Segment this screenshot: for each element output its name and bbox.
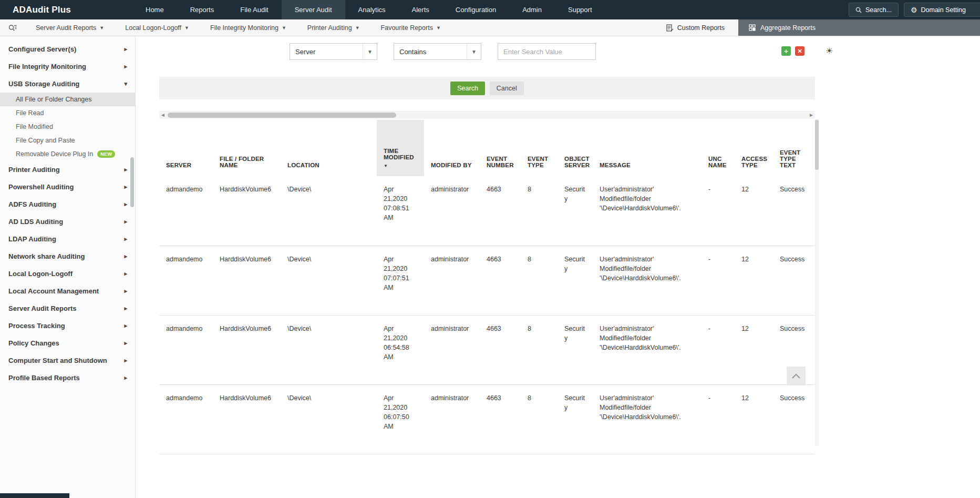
column-header-file-folder-name[interactable]: FILE / FOLDER NAME [213, 120, 281, 176]
report-sidebar: Configured Server(s)▸File Integrity Moni… [0, 36, 136, 498]
sidebar-subitem[interactable]: File Copy and Paste [0, 134, 135, 147]
table-header-row: SERVER FILE / FOLDER NAME LOCATION TIME … [159, 120, 815, 176]
chevron-down-icon: ▼ [282, 25, 286, 31]
report-content: Server ▼ Contains ▼ + ✕ ☀ Search C [136, 36, 980, 498]
subnav-favourite-reports[interactable]: Favourite Reports▼ [370, 19, 451, 36]
sidebar-item[interactable]: Computer Start and Shutdown▸ [0, 352, 135, 369]
column-header-unc-name[interactable]: UNC NAME [702, 120, 735, 176]
remove-criteria-button[interactable]: ✕ [795, 46, 804, 56]
sidebar-item[interactable]: Configured Server(s)▸ [0, 40, 135, 58]
main-nav: Home Reports File Audit Server Audit Ana… [132, 0, 605, 19]
sidebar-item-label: USB Storage Auditing [8, 80, 79, 88]
subnav-server-audit-reports[interactable]: Server Audit Reports▼ [25, 19, 115, 36]
table-body: admandemo HarddiskVolume6 \Device\ Apr 2… [159, 176, 815, 454]
sidebar-subitem[interactable]: All File or Folder Changes [0, 93, 135, 106]
filter-field-select[interactable]: Server ▼ [290, 43, 377, 60]
search-value-input[interactable] [498, 43, 596, 60]
chevron-right-icon: ▸ [124, 374, 127, 381]
sun-settings-icon[interactable]: ☀ [826, 47, 833, 55]
table-row[interactable]: admandemo HarddiskVolume6 \Device\ Apr 2… [159, 315, 815, 384]
nav-item-file-audit[interactable]: File Audit [227, 0, 281, 19]
nav-item-analytics[interactable]: Analytics [345, 0, 399, 19]
table-row[interactable]: admandemo HarddiskVolume6 \Device\ Apr 2… [159, 246, 815, 315]
sidebar-item-label: Configured Server(s) [8, 45, 76, 53]
sidebar-item[interactable]: Network share Auditing▸ [0, 248, 135, 265]
column-header-object-server[interactable]: OBJECT SERVER [558, 120, 593, 176]
hscroll-thumb[interactable] [168, 113, 396, 118]
filter-row-actions: + ✕ ☀ [781, 46, 833, 56]
sidebar-item-label: Local Logon-Logoff [8, 270, 73, 278]
nav-item-admin[interactable]: Admin [509, 0, 555, 19]
cell-server: admandemo [159, 315, 213, 384]
custom-reports-button[interactable]: Custom Reports [653, 19, 738, 36]
subnav-printer-auditing[interactable]: Printer Auditing▼ [297, 19, 370, 36]
cancel-button[interactable]: Cancel [490, 82, 524, 95]
sidebar-item[interactable]: Local Account Management▸ [0, 282, 135, 300]
sidebar-item[interactable]: AD LDS Auditing▸ [0, 213, 135, 230]
column-header-location[interactable]: LOCATION [281, 120, 377, 176]
cell-access-type: 12 [735, 315, 773, 384]
sidebar-item[interactable]: ADFS Auditing▸ [0, 196, 135, 213]
cell-time-modified: Apr 21,2020 07:07:51 AM [377, 246, 424, 315]
add-criteria-button[interactable]: + [781, 46, 791, 56]
scroll-right-arrow-icon[interactable]: ► [808, 113, 815, 118]
filter-operator-select[interactable]: Contains ▼ [394, 43, 481, 60]
cell-file-folder-name: HarddiskVolume6 [213, 315, 281, 384]
sidebar-item[interactable]: USB Storage Auditing▾ [0, 75, 135, 93]
filter-field-value: Server [290, 48, 315, 56]
scroll-left-arrow-icon[interactable]: ◄ [159, 113, 167, 118]
report-search-icon[interactable] [0, 19, 25, 36]
column-header-access-type[interactable]: ACCESS TYPE [735, 120, 773, 176]
cell-file-folder-name: HarddiskVolume6 [213, 176, 281, 246]
sidebar-item[interactable]: Powershell Auditing▸ [0, 178, 135, 196]
vscroll-thumb[interactable] [815, 120, 819, 170]
nav-item-alerts[interactable]: Alerts [399, 0, 442, 19]
cell-location: \Device\ [281, 176, 377, 246]
sidebar-item[interactable]: File Integrity Monitoring▸ [0, 58, 135, 75]
chevron-right-icon: ▸ [124, 46, 127, 53]
sidebar-item[interactable]: LDAP Auditing▸ [0, 230, 135, 248]
sidebar-subitem[interactable]: File Modified [0, 120, 135, 134]
sidebar-item[interactable]: Server Audit Reports▸ [0, 300, 135, 317]
sidebar-item[interactable]: Local Logon-Logoff▸ [0, 265, 135, 282]
table-row[interactable]: admandemo HarddiskVolume6 \Device\ Apr 2… [159, 384, 815, 454]
global-search-button[interactable]: Search... [849, 3, 899, 17]
sidebar-item[interactable]: Policy Changes▸ [0, 334, 135, 352]
table-vertical-scrollbar[interactable] [815, 119, 819, 446]
sidebar-scrollbar-thumb[interactable] [130, 157, 134, 207]
domain-settings-button[interactable]: ⚙ Domain Setting [904, 3, 980, 17]
column-header-server[interactable]: SERVER [159, 120, 213, 176]
nav-item-support[interactable]: Support [555, 0, 605, 19]
search-button[interactable]: Search [450, 82, 485, 95]
cell-object-server: Security [558, 176, 593, 246]
aggregate-reports-button[interactable]: Aggregate Reports [738, 19, 980, 36]
sidebar-subitem-label: File Read [16, 109, 44, 117]
hscroll-track[interactable] [167, 111, 808, 119]
nav-item-server-audit[interactable]: Server Audit [282, 0, 345, 19]
sidebar-subitem[interactable]: Removable Device Plug InNEW [0, 147, 135, 161]
chevron-right-icon: ▸ [124, 253, 127, 260]
subnav-file-integrity-monitoring[interactable]: File Integrity Monitoring▼ [200, 19, 297, 36]
sidebar-item[interactable]: Printer Auditing▸ [0, 161, 135, 178]
nav-item-reports[interactable]: Reports [177, 0, 228, 19]
sidebar-subitem[interactable]: File Read [0, 106, 135, 120]
sort-descending-icon: ▼ [384, 164, 417, 168]
app-logo: ADAudit Plus [0, 0, 132, 19]
cell-object-server: Security [558, 246, 593, 315]
sidebar-item[interactable]: Profile Based Reports▸ [0, 369, 135, 387]
report-sub-navigation: Server Audit Reports▼ Local Logon-Logoff… [0, 19, 980, 36]
sidebar-item[interactable]: Process Tracking▸ [0, 317, 135, 334]
scroll-to-top-button[interactable] [787, 367, 806, 385]
subnav-local-logon-logoff[interactable]: Local Logon-Logoff▼ [115, 19, 200, 36]
search-button-band: Search Cancel [159, 77, 815, 99]
column-header-time-modified[interactable]: TIME MODIFIED▼ [377, 120, 424, 176]
nav-item-home[interactable]: Home [132, 0, 177, 19]
table-row[interactable]: admandemo HarddiskVolume6 \Device\ Apr 2… [159, 176, 815, 246]
column-header-modified-by[interactable]: MODIFIED BY [424, 120, 480, 176]
column-header-event-type[interactable]: EVENT TYPE [521, 120, 558, 176]
nav-item-configuration[interactable]: Configuration [442, 0, 509, 19]
column-header-message[interactable]: MESSAGE [593, 120, 702, 176]
column-header-event-number[interactable]: EVENT NUMBER [480, 120, 521, 176]
cell-time-modified: Apr 21,2020 07:08:51 AM [377, 176, 424, 246]
column-header-event-type-text[interactable]: EVENT TYPE TEXT [773, 120, 815, 176]
